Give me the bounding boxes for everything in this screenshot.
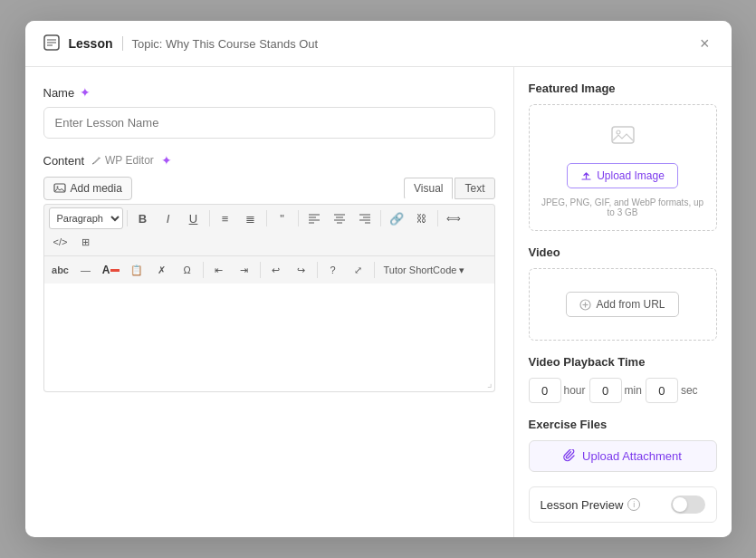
resize-handle[interactable]: ⌟: [487, 377, 493, 390]
redo-button[interactable]: ↪: [290, 259, 313, 281]
hr-button[interactable]: —: [74, 259, 98, 281]
svg-point-19: [617, 130, 620, 134]
content-label: Content: [43, 154, 85, 168]
toolbar-sep-6: [437, 210, 438, 226]
close-button[interactable]: ×: [696, 34, 713, 53]
blockquote-button[interactable]: ": [271, 207, 294, 229]
svg-rect-18: [612, 127, 634, 143]
toolbar-sep-9: [317, 262, 318, 278]
indent-button[interactable]: ⇥: [233, 259, 256, 281]
special-char-button[interactable]: Ω: [176, 259, 199, 281]
paste-button[interactable]: 📋: [125, 259, 148, 281]
toolbar-sep-3: [266, 210, 267, 226]
add-media-button[interactable]: Add media: [43, 177, 132, 200]
modal-subtitle: Topic: Why This Course Stands Out: [132, 37, 319, 51]
fullwidth-button[interactable]: ⟺: [442, 207, 465, 229]
editor-area[interactable]: ⌟: [43, 284, 495, 392]
tab-text[interactable]: Text: [455, 178, 494, 199]
attachment-icon: [563, 449, 577, 463]
toolbar-sep-1: [127, 210, 128, 226]
text-color-icon: A: [102, 264, 110, 276]
video-playback-section: Video Playback Time 0 hour 0 min 0 sec: [529, 355, 717, 403]
editor-toolbar: Paragraph B I U ≡ ≣ ": [43, 204, 495, 284]
outdent-button[interactable]: ⇤: [207, 259, 231, 281]
toolbar-sep-2: [209, 210, 210, 226]
video-section: Video Add from URL: [529, 245, 717, 341]
italic-button[interactable]: I: [157, 207, 180, 229]
video-playback-title: Video Playback Time: [529, 355, 717, 369]
align-right-button[interactable]: [353, 207, 377, 229]
link-button[interactable]: 🔗: [385, 207, 408, 229]
wp-editor-link[interactable]: WP Editor: [91, 154, 154, 167]
tab-visual[interactable]: Visual: [404, 178, 453, 199]
svg-point-5: [56, 187, 58, 188]
sec-input[interactable]: 0: [646, 378, 678, 403]
code-button[interactable]: </>: [49, 231, 72, 253]
ol-button[interactable]: ≣: [239, 207, 263, 229]
lesson-preview-label-row: Lesson Preview i: [541, 498, 641, 512]
min-group: 0 min: [589, 378, 642, 403]
lesson-preview-label: Lesson Preview: [541, 498, 624, 512]
min-input[interactable]: 0: [589, 378, 622, 403]
editor-content[interactable]: [44, 284, 494, 383]
toolbar-sep-10: [374, 262, 375, 278]
video-box: Add from URL: [529, 268, 717, 341]
featured-image-title: Featured Image: [529, 82, 717, 95]
lesson-modal: Lesson Topic: Why This Course Stands Out…: [25, 21, 732, 537]
undo-button[interactable]: ↩: [264, 259, 288, 281]
lesson-name-input[interactable]: [43, 107, 495, 139]
toolbar-sep-8: [260, 262, 261, 278]
lesson-preview-toggle[interactable]: [671, 495, 705, 514]
help-button[interactable]: ?: [321, 259, 345, 281]
unlink-button[interactable]: ⛓: [410, 207, 434, 229]
featured-image-box: Upload Image JPEG, PNG, GIF, and WebP fo…: [529, 104, 717, 231]
left-panel: Name ✦ Content WP Editor ✦: [25, 67, 514, 537]
header-separator: [122, 36, 123, 51]
upload-attachment-button[interactable]: Upload Attachment: [529, 440, 717, 472]
underline-button[interactable]: U: [182, 207, 206, 229]
visual-text-tabs: Visual Text: [404, 178, 494, 199]
upload-image-button[interactable]: Upload Image: [567, 163, 678, 188]
ul-button[interactable]: ≡: [214, 207, 237, 229]
align-left-button[interactable]: [302, 207, 326, 229]
expand-button[interactable]: ⤢: [347, 259, 370, 281]
shortcode-chevron-icon: ▾: [459, 265, 464, 276]
right-panel: Featured Image Uplo: [514, 67, 732, 537]
video-title: Video: [529, 245, 717, 259]
ai-sparkle-icon-2: ✦: [161, 153, 172, 168]
toolbar-sep-4: [298, 210, 299, 226]
min-label: min: [625, 384, 642, 397]
modal-body: Name ✦ Content WP Editor ✦: [25, 67, 732, 537]
toolbar-sep-7: [203, 262, 204, 278]
lesson-icon: [43, 34, 62, 53]
align-right-icon: [359, 213, 370, 224]
upload-icon: [580, 170, 592, 182]
modal-header: Lesson Topic: Why This Course Stands Out…: [25, 21, 732, 67]
paragraph-select[interactable]: Paragraph: [49, 207, 123, 229]
info-icon: i: [627, 498, 640, 511]
lesson-preview-section: Lesson Preview i: [529, 486, 717, 523]
add-from-url-button[interactable]: Add from URL: [566, 292, 678, 317]
bold-button[interactable]: B: [131, 207, 155, 229]
hour-group: 0 hour: [529, 378, 586, 403]
strikethrough-button[interactable]: abc: [49, 259, 72, 281]
more-button[interactable]: ⊞: [74, 231, 98, 253]
clear-format-button[interactable]: ✗: [150, 259, 174, 281]
toolbar-sep-5: [380, 210, 381, 226]
align-left-icon: [309, 213, 320, 224]
modal-title: Lesson: [69, 36, 113, 51]
modal-overlay: Lesson Topic: Why This Course Stands Out…: [0, 0, 756, 558]
tutor-shortcode-button[interactable]: Tutor ShortCode ▾: [378, 259, 471, 281]
sec-label: sec: [681, 384, 698, 397]
upload-hint: JPEG, PNG, GIF, and WebP formats, up to …: [539, 197, 707, 217]
toolbar-row-1: Paragraph B I U ≡ ≣ ": [44, 205, 494, 256]
sec-group: 0 sec: [646, 378, 698, 403]
add-media-icon: [53, 182, 66, 195]
hour-input[interactable]: 0: [529, 378, 561, 403]
align-center-button[interactable]: [328, 207, 351, 229]
time-inputs: 0 hour 0 min 0 sec: [529, 378, 717, 403]
toolbar-row-2: abc — A 📋 ✗ Ω ⇤ ⇥: [44, 256, 494, 284]
toggle-thumb: [673, 497, 687, 512]
edit-icon: [91, 156, 101, 166]
text-color-button[interactable]: A: [100, 259, 123, 281]
